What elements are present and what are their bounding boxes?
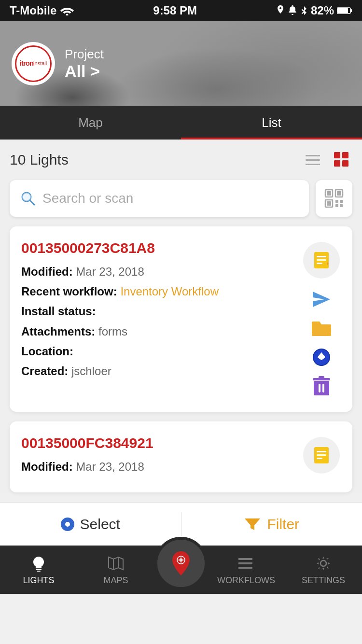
status-left: T-Mobile [10,4,74,17]
lights-nav-icon [29,554,48,573]
svg-rect-26 [317,259,326,261]
svg-rect-31 [319,384,320,392]
workflows-nav-icon [237,554,255,573]
nav-workflows[interactable]: WORKFLOWS [208,554,285,586]
item-count: 10 Lights [10,152,69,168]
nav-lights-label: LIGHTS [23,575,54,586]
qr-icon [323,188,345,209]
send-icon [311,289,332,310]
header: itron install Project All > [0,21,362,106]
select-label: Select [80,516,120,532]
card-created: Created: jschloer [21,364,302,378]
status-bar: T-Mobile 9:58 PM 82% [0,0,362,21]
card-id[interactable]: 00135000273C81A8 [21,240,302,256]
add-location-icon [167,549,195,578]
svg-rect-32 [322,384,324,392]
svg-rect-45 [240,562,252,564]
logo-inner: itron install [15,45,52,82]
svg-rect-8 [342,152,348,158]
svg-rect-21 [340,200,343,203]
note-button[interactable] [303,437,340,474]
list-view-button[interactable] [302,149,323,170]
nav-bar: LIGHTS MAPS WORKFLOWS SETTINGS [0,546,362,594]
svg-rect-48 [238,562,240,564]
project-label: Project [65,47,104,62]
search-placeholder: Search or scan [42,191,299,206]
qr-scan-button[interactable] [316,180,352,217]
nav-settings-label: SETTINGS [302,575,345,586]
tab-bar: Map List [0,106,362,140]
svg-rect-22 [335,204,338,207]
folder-button[interactable] [309,316,334,340]
nav-add-button[interactable] [154,537,208,590]
svg-rect-9 [334,160,340,167]
toolbar: 10 Lights [10,149,352,170]
view-toggle [302,149,352,170]
svg-rect-20 [335,200,338,203]
carrier-text: T-Mobile [10,4,56,17]
bluetooth-icon [300,5,308,16]
select-button[interactable]: Select [0,516,181,532]
filter-button[interactable]: Filter [181,516,362,533]
wifi-icon [60,6,74,15]
grid-view-button[interactable] [331,149,352,170]
card-modified: Modified: Mar 23, 2018 [21,459,302,474]
app-logo[interactable]: itron install [12,42,55,85]
svg-rect-17 [337,191,341,196]
svg-rect-4 [306,155,320,156]
note-button[interactable] [303,242,340,279]
filter-label: Filter [267,516,299,532]
search-box[interactable]: Search or scan [10,180,309,217]
card-id[interactable]: 00135000FC384921 [21,435,302,451]
battery-text: 82% [311,4,334,17]
nav-maps-label: MAPS [103,575,128,586]
navigate-icon [311,347,332,368]
nav-settings[interactable]: SETTINGS [285,554,362,586]
status-right: 82% [276,4,352,17]
card-modified: Modified: Mar 23, 2018 [21,264,302,279]
svg-rect-19 [327,201,331,206]
tab-list[interactable]: List [181,106,362,140]
delete-icon [312,375,331,397]
svg-rect-5 [306,159,320,161]
svg-rect-34 [319,376,324,379]
svg-rect-3 [350,9,352,12]
select-radio [61,518,74,531]
note-icon [310,249,333,271]
card-attachments: Attachments: forms [21,324,302,339]
svg-rect-44 [240,558,252,560]
card-actions [302,435,341,479]
svg-rect-25 [317,256,326,257]
nav-maps[interactable]: MAPS [77,554,154,586]
battery-icon [337,7,352,14]
card-install-status: Install status: [21,304,302,319]
svg-rect-6 [306,164,320,165]
search-icon [19,190,37,207]
navigate-button[interactable] [309,345,334,369]
header-text: Project All > [65,47,104,81]
alarm-icon [288,5,297,16]
svg-rect-39 [36,569,42,570]
svg-rect-36 [317,451,326,452]
svg-rect-30 [314,381,329,395]
svg-rect-38 [317,458,322,459]
card-item: 00135000FC384921 Modified: Mar 23, 2018 [10,421,352,492]
card-main: 00135000273C81A8 Modified: Mar 23, 2018 … [21,240,302,398]
maps-nav-icon [107,554,125,573]
folder-icon [310,318,333,339]
svg-marker-41 [109,557,123,570]
content-area: 10 Lights [0,140,362,492]
tab-map[interactable]: Map [0,106,181,140]
filter-icon [244,516,261,533]
svg-rect-37 [317,454,326,456]
send-button[interactable] [309,287,334,311]
nav-lights[interactable]: LIGHTS [0,554,77,586]
svg-rect-46 [240,567,252,569]
svg-rect-7 [334,152,340,158]
card-location: Location: [21,344,302,359]
svg-line-13 [30,200,34,205]
svg-rect-10 [342,160,348,167]
svg-rect-15 [327,191,331,196]
project-value[interactable]: All > [65,62,104,81]
delete-button[interactable] [309,374,334,398]
